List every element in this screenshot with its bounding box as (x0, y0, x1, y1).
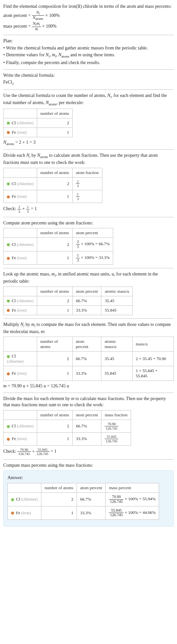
divider (3, 149, 174, 150)
mp-label: mass percent = (3, 24, 31, 29)
dot-cl-icon (7, 243, 10, 246)
atomfrac-table: number of atomsatom fraction Cl (chlorin… (3, 168, 102, 203)
table-row: Cl (chlorine) 2 23 (4, 177, 102, 190)
mass-percent-formula: mass percent = Nimi m × 100% (3, 21, 174, 32)
dot-fe-icon (7, 438, 10, 441)
atomfrac-check: Check: 23 + 13 = 1 (3, 205, 174, 213)
dot-cl-icon (7, 182, 10, 185)
plan-b3: • Finally, compute the percents and chec… (3, 60, 174, 66)
mass-table: number of atomsatom percentatomic mass/u… (3, 287, 133, 315)
dot-cl-icon (7, 355, 10, 358)
plan-heading: Plan: (3, 38, 174, 44)
dot-cl-icon (7, 425, 10, 428)
intro-line1: Find the elemental composition for iron(… (3, 3, 174, 10)
answer-box: Answer: number of atomsatom percentmass … (3, 470, 174, 527)
divider (3, 217, 174, 217)
table-row: Cl (chlorine) 2 66.7% 35.45 2 × 35.45 = … (4, 352, 174, 366)
molec-table: number of atomsatom percentatomic mass/u… (3, 337, 174, 381)
table-row: Fe (iron) 1 33.3% 55.845 1 × 55.845 = 55… (4, 366, 174, 381)
count-para: Use the chemical formula to count the nu… (3, 92, 174, 107)
table-row: Cl (chlorine) 2 66.7% 70.90126.745 (4, 420, 131, 433)
table-row: Fe (iron) 1 33.3% 55.845126.745 (4, 433, 131, 445)
divider (3, 459, 174, 460)
atompct-heading: Compute atom percents using the atom fra… (3, 220, 174, 226)
formula-heading: Write the chemical formula: (3, 72, 174, 79)
plan-b1: • Write the chemical formula and gather … (3, 45, 174, 51)
dot-fe-icon (7, 309, 10, 312)
divider (3, 69, 174, 70)
dot-fe-icon (7, 257, 10, 260)
ap-frac: Ni Natoms (32, 10, 44, 21)
table-row: Cl (chlorine) 2 66.7% 70.90126.745 × 100… (8, 493, 159, 506)
divider (3, 89, 174, 90)
molec-sum: m = 70.90 u + 55.845 u = 126.745 u (3, 383, 174, 389)
table-row: Cl (chlorine) 2 66.7% 35.45 (4, 296, 133, 305)
table-row: Fe (iron) 1 33.3% 55.845126.745 × 100% =… (8, 506, 159, 520)
massfrac-table: number of atomsatom percentmass fraction… (3, 410, 131, 446)
mass-para: Look up the atomic mass, mi, in unified … (3, 271, 174, 284)
table-row: Cl (chlorine) 2 23 × 100% = 66.7% (4, 238, 113, 251)
atomfrac-para: Divide each Ni by Natoms to calculate at… (3, 152, 174, 166)
massfrac-para: Divide the mass for each element by m to… (3, 396, 174, 408)
ap-label: atom percent = (3, 13, 31, 18)
dot-fe-icon (7, 131, 10, 134)
dot-fe-icon (7, 195, 10, 198)
molec-para: Multiply Ni by mi to compute the mass fo… (3, 321, 174, 335)
plan-b2: • Determine values for Ni, mi, Natoms an… (3, 52, 174, 59)
count-sum: Natoms = 2 + 1 = 3 (3, 139, 174, 146)
dot-fe-icon (7, 372, 10, 375)
divider (3, 393, 174, 393)
dot-cl-icon (11, 498, 14, 501)
table-row: Fe (iron) 1 33.3% 55.845 (4, 305, 133, 315)
table-row: Fe (iron) 1 13 (4, 190, 102, 203)
divider (3, 35, 174, 35)
answer-heading: Compute mass percents using the mass fra… (3, 462, 174, 469)
table-row: Cl (chlorine) 2 (4, 118, 73, 127)
divider (3, 268, 174, 268)
dot-cl-icon (7, 300, 10, 302)
table-row: Fe (iron) 1 (4, 127, 73, 137)
formula-value: FeCl2 (3, 79, 174, 86)
table-row: Fe (iron) 1 13 × 100% = 33.3% (4, 251, 113, 265)
mp-tail: × 100% (42, 24, 56, 29)
count-table: number of atoms Cl (chlorine) 2 Fe (iron… (3, 109, 73, 137)
mp-frac: Nimi m (32, 21, 41, 32)
dot-fe-icon (11, 512, 14, 515)
col-natoms: number of atoms (37, 109, 72, 118)
answer-table: number of atomsatom percentmass percent … (7, 483, 159, 520)
dot-cl-icon (7, 122, 10, 125)
atompct-table: number of atomsatom percent Cl (chlorine… (3, 228, 113, 265)
answer-label: Answer: (7, 475, 170, 481)
ap-tail: × 100% (45, 13, 60, 18)
atom-percent-formula: atom percent = Ni Natoms × 100% (3, 10, 174, 21)
massfrac-check: Check: 70.90126.745 + 55.845126.745 = 1 (3, 448, 174, 456)
divider (3, 318, 174, 319)
